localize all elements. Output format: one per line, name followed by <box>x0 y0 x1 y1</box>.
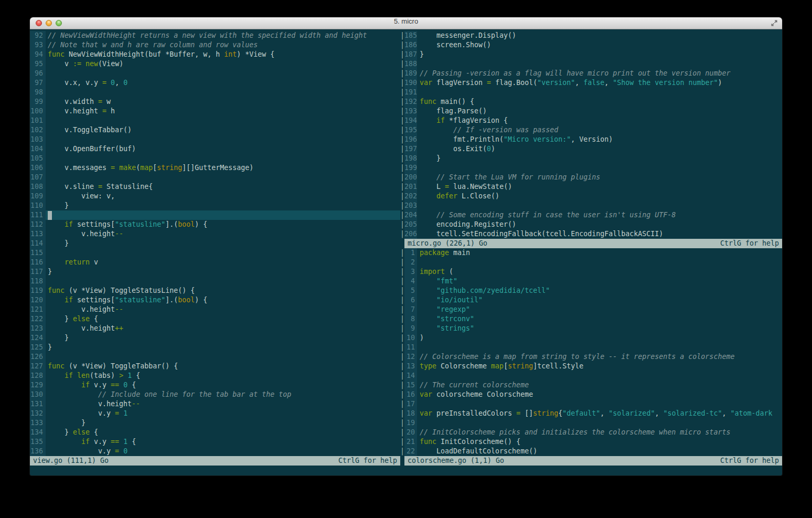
code-line-104[interactable]: 104 v.OpenBuffer(buf) <box>30 144 400 154</box>
code-line-98[interactable]: 98 <box>30 88 400 97</box>
code-line-126[interactable]: 126 <box>30 352 400 362</box>
code-line-108[interactable]: 108 v.sline = Statusline{ <box>30 182 400 192</box>
code-line-14[interactable]: |14 <box>400 371 782 380</box>
code-line-92[interactable]: 92// NewViewWidthHeight returns a new vi… <box>30 31 400 40</box>
code-line-94[interactable]: 94func NewViewWidthHeight(buf *Buffer, w… <box>30 50 400 59</box>
code-line-206[interactable]: |206 tcell.SetEncodingFallback(tcell.Enc… <box>400 229 782 239</box>
code-line-111[interactable]: 111 <box>30 210 400 220</box>
code-line-12[interactable]: |12// Colorscheme is a map from string t… <box>400 352 782 362</box>
code-line-124[interactable]: 124 } <box>30 333 400 343</box>
code-line-201[interactable]: |201 L = lua.NewState() <box>400 182 782 192</box>
code-line-185[interactable]: |185 messenger.Display() <box>400 31 782 40</box>
code-line-17[interactable]: |17 <box>400 399 782 409</box>
code-line-123[interactable]: 123 v.height++ <box>30 324 400 333</box>
code-line-192[interactable]: |192func main() { <box>400 97 782 107</box>
zoom-button[interactable] <box>56 20 62 26</box>
code-line-96[interactable]: 96 <box>30 69 400 78</box>
code-line-18[interactable]: |18var preInstalledColors = []string{"de… <box>400 409 782 418</box>
code-line-136[interactable]: 136 v.y = 0 <box>30 447 400 456</box>
code-line-102[interactable]: 102 v.ToggleTabbar() <box>30 125 400 135</box>
code-line-190[interactable]: |190var flagVersion = flag.Bool("version… <box>400 78 782 88</box>
code-line-115[interactable]: 115 <box>30 248 400 258</box>
code-line-197[interactable]: |197 os.Exit(0) <box>400 144 782 154</box>
code-line-134[interactable]: 134 } else { <box>30 428 400 437</box>
code-line-187[interactable]: |187} <box>400 50 782 59</box>
code-line-135[interactable]: 135 if v.y == 1 { <box>30 437 400 447</box>
code-line-20[interactable]: |20// InitColorscheme picks and initiali… <box>400 428 782 437</box>
code-line-112[interactable]: 112 if settings["statusline"].(bool) { <box>30 220 400 229</box>
pane-view-go[interactable]: 92// NewViewWidthHeight returns a new vi… <box>30 31 400 466</box>
code-line-195[interactable]: |195 // If -version was passed <box>400 125 782 135</box>
code-line-132[interactable]: 132 v.y = 1 <box>30 409 400 418</box>
code-line-103[interactable]: 103 <box>30 135 400 144</box>
code-line-128[interactable]: 128 if len(tabs) > 1 { <box>30 371 400 380</box>
code-line-116[interactable]: 116 return v <box>30 258 400 267</box>
code-line-7[interactable]: |7 "regexp" <box>400 305 782 314</box>
code-line-189[interactable]: |189// Passing -version as a flag will h… <box>400 69 782 78</box>
code-area-micro-go[interactable]: |185 messenger.Display()|186 screen.Show… <box>400 31 782 239</box>
code-line-100[interactable]: 100 v.height = h <box>30 107 400 116</box>
code-line-117[interactable]: 117} <box>30 267 400 277</box>
code-line-114[interactable]: 114 } <box>30 239 400 248</box>
code-line-186[interactable]: |186 screen.Show() <box>400 40 782 50</box>
code-line-120[interactable]: 120 if settings["statusline"].(bool) { <box>30 295 400 305</box>
code-line-113[interactable]: 113 v.height-- <box>30 229 400 239</box>
code-line-99[interactable]: 99 v.width = w <box>30 97 400 107</box>
code-line-204[interactable]: |204 // Some encoding stuff in case the … <box>400 210 782 220</box>
code-line-127[interactable]: 127func (v *View) ToggleTabbar() { <box>30 362 400 371</box>
code-line-107[interactable]: 107 <box>30 173 400 182</box>
code-line-93[interactable]: 93// Note that w and h are raw column an… <box>30 40 400 50</box>
code-line-16[interactable]: |16var colorscheme Colorscheme <box>400 390 782 399</box>
code-line-198[interactable]: |198 } <box>400 154 782 163</box>
code-line-4[interactable]: |4 "fmt" <box>400 277 782 286</box>
close-button[interactable] <box>36 20 42 26</box>
code-line-188[interactable]: |188 <box>400 59 782 69</box>
code-line-22[interactable]: |22 LoadDefaultColorscheme() <box>400 447 782 456</box>
code-line-121[interactable]: 121 v.height-- <box>30 305 400 314</box>
code-line-194[interactable]: |194 if *flagVersion { <box>400 116 782 125</box>
code-line-118[interactable]: 118 <box>30 277 400 286</box>
code-line-193[interactable]: |193 flag.Parse() <box>400 107 782 116</box>
code-line-205[interactable]: |205 encoding.Register() <box>400 220 782 229</box>
code-line-10[interactable]: |10) <box>400 333 782 343</box>
code-area-view-go[interactable]: 92// NewViewWidthHeight returns a new vi… <box>30 31 400 456</box>
code-line-5[interactable]: |5 "github.com/zyedidia/tcell" <box>400 286 782 295</box>
code-line-131[interactable]: 131 v.height-- <box>30 399 400 409</box>
code-line-199[interactable]: |199 <box>400 163 782 173</box>
code-line-15[interactable]: |15// The current colorscheme <box>400 380 782 390</box>
code-line-2[interactable]: |2 <box>400 258 782 267</box>
code-line-202[interactable]: |202 defer L.Close() <box>400 192 782 201</box>
code-line-95[interactable]: 95 v := new(View) <box>30 59 400 69</box>
code-line-196[interactable]: |196 fmt.Println("Micro version:", Versi… <box>400 135 782 144</box>
minimize-button[interactable] <box>46 20 52 26</box>
code-line-97[interactable]: 97 v.x, v.y = 0, 0 <box>30 78 400 88</box>
code-line-1[interactable]: |1package main <box>400 248 782 258</box>
code-line-191[interactable]: |191 <box>400 88 782 97</box>
code-line-200[interactable]: |200 // Start the Lua VM for running plu… <box>400 173 782 182</box>
code-line-8[interactable]: |8 "strconv" <box>400 314 782 324</box>
code-line-203[interactable]: |203 <box>400 201 782 210</box>
code-line-101[interactable]: 101 <box>30 116 400 125</box>
code-line-105[interactable]: 105 <box>30 154 400 163</box>
code-line-9[interactable]: |9 "strings" <box>400 324 782 333</box>
code-line-130[interactable]: 130 // Include one line for the tab bar … <box>30 390 400 399</box>
code-line-119[interactable]: 119func (v *View) ToggleStatusLine() { <box>30 286 400 295</box>
code-line-109[interactable]: 109 view: v, <box>30 192 400 201</box>
code-line-6[interactable]: |6 "io/ioutil" <box>400 295 782 305</box>
code-line-129[interactable]: 129 if v.y == 0 { <box>30 380 400 390</box>
code-area-colorscheme-go[interactable]: |1package main|2|3import (|4 "fmt"|5 "gi… <box>400 248 782 456</box>
titlebar[interactable]: 5. micro <box>30 17 782 29</box>
code-line-19[interactable]: |19 <box>400 418 782 428</box>
command-line[interactable] <box>30 466 782 475</box>
code-line-3[interactable]: |3import ( <box>400 267 782 277</box>
code-line-110[interactable]: 110 } <box>30 201 400 210</box>
resize-icon[interactable] <box>771 19 778 27</box>
code-line-21[interactable]: |21func InitColorscheme() { <box>400 437 782 447</box>
pane-micro-go[interactable]: |185 messenger.Display()|186 screen.Show… <box>400 31 782 248</box>
code-line-13[interactable]: |13type Colorscheme map[string]tcell.Sty… <box>400 362 782 371</box>
pane-colorscheme-go[interactable]: |1package main|2|3import (|4 "fmt"|5 "gi… <box>400 248 782 466</box>
code-line-133[interactable]: 133 } <box>30 418 400 428</box>
code-line-122[interactable]: 122 } else { <box>30 314 400 324</box>
code-line-11[interactable]: |11 <box>400 343 782 352</box>
code-line-125[interactable]: 125} <box>30 343 400 352</box>
